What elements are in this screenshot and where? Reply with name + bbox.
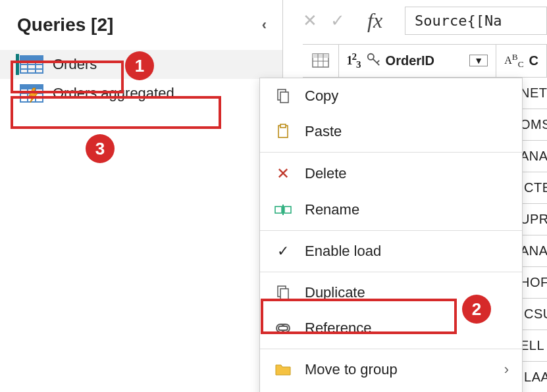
ctx-enable-load[interactable]: ✓ Enable load [260,233,522,269]
column-dropdown-icon[interactable]: ▼ [469,55,488,66]
column-header-row: 123 OrderID ▼ ABC C [303,45,547,78]
confirm-icon[interactable]: ✓ [330,11,345,31]
ctx-separator [260,230,522,231]
key-icon [366,52,380,70]
collapse-chevron-icon[interactable]: ‹ [262,16,267,34]
ctx-label: Paste [305,123,342,140]
formula-toolbar: ✕ ✓ fx Source{[Na [303,0,547,45]
svg-rect-25 [275,207,282,213]
ctx-rename[interactable]: Rename [260,192,522,228]
ctx-label: Delete [305,165,347,182]
ctx-label: Move to group [305,361,398,378]
query-item-label: Orders aggregated [53,85,174,102]
table-mini-icon [312,53,329,68]
query-item-label: Orders [53,56,97,73]
ctx-separator [260,152,522,153]
ctx-label: Enable load [305,243,381,260]
svg-line-20 [377,61,379,63]
ctx-separator [260,272,522,272]
ctx-delete[interactable]: ✕ Delete [260,155,522,192]
badge-1: 1 [125,51,154,80]
badge-3: 3 [86,134,115,163]
ctx-label: Rename [305,201,359,218]
badge-2: 2 [462,295,491,324]
ctx-copy[interactable]: Copy [260,78,522,114]
query-item-orders-aggregated[interactable]: Orders aggregated [0,79,282,108]
number-type-icon: 123 [347,51,361,70]
ctx-label: Copy [305,87,338,105]
svg-rect-24 [280,124,286,128]
context-menu: Copy Paste ✕ Delete Rename ✓ Enable load… [259,78,523,392]
ctx-separator [260,349,522,349]
svg-rect-26 [284,207,291,213]
svg-rect-22 [280,92,288,103]
queries-header: Queries [2] ‹ [0,0,282,50]
select-all-cell[interactable] [303,45,339,77]
ctx-label: Reference [305,320,372,337]
svg-marker-12 [29,88,38,103]
check-icon: ✓ [273,243,293,260]
chevron-right-icon: › [504,361,509,378]
rename-icon [273,203,293,216]
column-label-partial: C [529,53,538,68]
fx-icon[interactable]: fx [358,9,392,33]
folder-icon [273,363,293,376]
table-icon [20,55,43,74]
cancel-icon[interactable]: ✕ [303,11,317,31]
copy-icon [273,88,293,104]
duplicate-icon [273,285,293,301]
reference-icon [273,322,293,334]
table-lightning-icon [20,84,43,103]
svg-rect-7 [20,85,43,89]
queries-title: Queries [2] [17,14,113,36]
ctx-label: Duplicate [305,284,365,301]
text-type-icon: ABC [504,52,523,70]
column-label: OrderID [386,53,434,68]
delete-icon: ✕ [273,164,293,183]
svg-rect-14 [313,54,328,58]
column-header-orderid[interactable]: 123 OrderID ▼ [339,45,497,77]
paste-icon [273,124,293,139]
ctx-paste[interactable]: Paste [260,114,522,149]
svg-rect-1 [20,56,43,61]
svg-rect-29 [280,289,288,299]
ctx-move-up[interactable]: ︿ Move up [260,387,522,392]
column-header-customer[interactable]: ABC C [496,45,547,77]
formula-input[interactable]: Source{[Na [405,7,547,35]
ctx-move-to-group[interactable]: Move to group › [260,352,522,387]
